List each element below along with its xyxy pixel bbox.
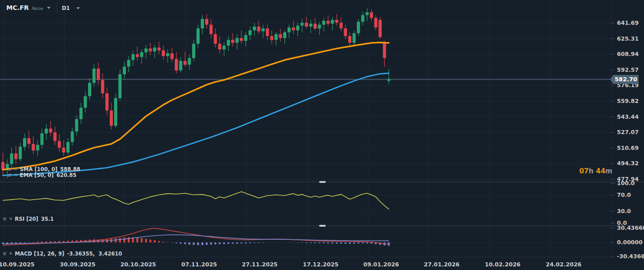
macd-scale-label: 30.43660 (617, 224, 644, 232)
countdown-minutes-unit: m (605, 167, 612, 175)
rsi-scale-label: 100.0 (617, 179, 635, 187)
date-tick-label: 27.11.2025 (242, 261, 277, 268)
date-tick-label: 27.01.2026 (424, 261, 459, 268)
pane-resize-handle[interactable] (319, 225, 326, 227)
macd-value: -3.36355, 3.42610 (67, 251, 122, 257)
date-tick-label: 10.02.2026 (485, 261, 520, 268)
price-tick-label: 625.31 (617, 35, 639, 42)
indicator-settings-icon[interactable]: ≡ (3, 216, 6, 222)
date-tick-label: 09.01.2026 (363, 261, 399, 268)
chevron-down-icon[interactable] (76, 7, 80, 9)
date-tick-label: 17.12.2025 (303, 261, 338, 268)
date-tick-label: 07.11.2025 (181, 261, 217, 268)
sma-legend-row: ≡ ✕ SMA [100, 0] 588.88 (8, 166, 80, 172)
date-tick-label: 30.09.2025 (60, 261, 95, 268)
date-tick-label: 10.09.2025 (0, 261, 35, 268)
header-divider (57, 3, 57, 14)
countdown-hours-unit: h (589, 167, 594, 175)
instrument-header[interactable]: MC.FR Akcie (6, 4, 51, 11)
price-tick-label: 527.07 (617, 128, 639, 136)
countdown-minutes: 44 (596, 167, 605, 175)
indicator-settings-icon[interactable]: ≡ (8, 167, 11, 172)
price-tick-label: 559.82 (617, 97, 639, 105)
indicator-remove-icon[interactable]: ✕ (14, 172, 17, 178)
rsi-scale-label: 30.0 (617, 207, 631, 215)
sma-value: 588.88 (60, 166, 80, 172)
indicator-settings-icon[interactable]: ≡ (3, 251, 6, 256)
ema-label: EMA [50, 0] (20, 172, 54, 178)
sma-label: SMA [100, 0] (20, 166, 58, 172)
countdown-hours: 07 (579, 167, 589, 175)
price-tick-label: 510.69 (617, 144, 639, 152)
price-tick-label: 641.69 (617, 19, 639, 27)
date-tick-label: 24.02.2026 (546, 261, 581, 268)
pane-resize-handle[interactable] (319, 181, 326, 183)
indicator-remove-icon[interactable]: ✕ (9, 216, 12, 222)
indicator-remove-icon[interactable]: ✕ (14, 167, 17, 172)
ema-value: 620.85 (56, 172, 76, 178)
date-tick-label: 20.10.2025 (120, 261, 156, 268)
price-tick-label: 494.32 (617, 159, 639, 167)
macd-scale-label: 0.00000 (617, 238, 643, 246)
instrument-type-label: Akcie (32, 6, 43, 11)
macd-label: MACD [12, 26, 9] (15, 251, 65, 257)
rsi-label: RSI [20] (15, 216, 38, 222)
price-tick-label: 543.44 (617, 113, 639, 121)
rsi-legend-row: ≡ ✕ RSI [20] 35.1 (3, 216, 54, 222)
timeframe-selector[interactable]: D1 (62, 5, 80, 11)
indicator-remove-icon[interactable]: ✕ (9, 251, 12, 256)
macd-scale-label: -30.4366 (617, 252, 644, 260)
symbol-label: MC.FR (6, 4, 29, 11)
chevron-down-icon[interactable] (47, 7, 51, 9)
session-countdown: 07h 44m (579, 167, 612, 175)
macd-legend-row: ≡ ✕ MACD [12, 26, 9] -3.36355, 3.42610 (3, 251, 122, 257)
price-tick-label: 592.57 (617, 66, 639, 74)
price-tick-label: 608.94 (617, 50, 639, 58)
current-price-badge: 582.70 (613, 75, 639, 84)
ema-legend-row: ≡ ✕ EMA [50, 0] 620.85 (8, 172, 76, 178)
timeframe-label: D1 (62, 5, 70, 11)
candlestick-chart-canvas[interactable] (0, 0, 644, 270)
trading-chart-window: MC.FR Akcie D1 ≡ ✕ SMA [100, 0] 588.88 ≡… (0, 0, 644, 270)
rsi-value: 35.1 (41, 216, 54, 222)
rsi-scale-label: 70.0 (617, 191, 631, 199)
indicator-settings-icon[interactable]: ≡ (8, 172, 11, 178)
